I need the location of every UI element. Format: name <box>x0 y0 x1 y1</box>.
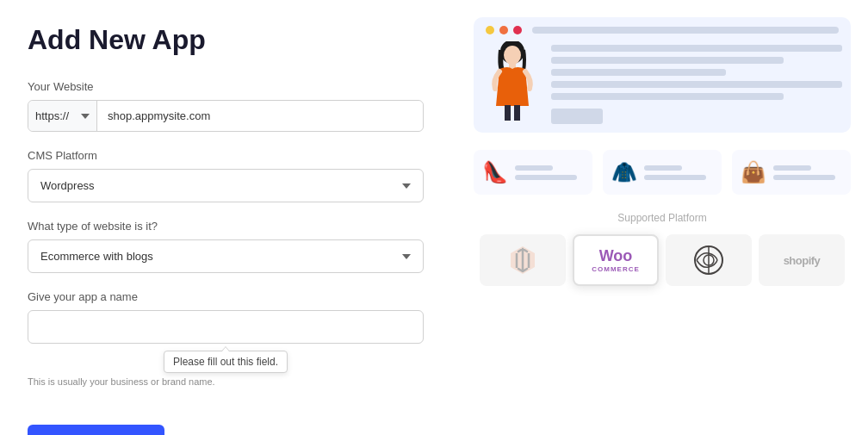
woo-logo: Woo COMMERCE <box>592 247 640 273</box>
browser-content <box>482 41 842 124</box>
text-line-2 <box>551 57 784 64</box>
type-group: What type of website is it? Ecommerce wi… <box>28 220 420 273</box>
platform-woocommerce: Woo COMMERCE <box>573 234 659 286</box>
browser-mockup <box>474 17 851 133</box>
protocol-select[interactable]: https:// http:// <box>28 101 97 131</box>
platforms-row: Woo COMMERCE shopify <box>474 234 851 286</box>
dot-green <box>486 26 494 34</box>
cms-select[interactable]: Wordpress WooCommerce Shopify Magento <box>28 169 424 202</box>
type-label: What type of website is it? <box>28 220 420 233</box>
app-name-group: Give your app a name Please fill out thi… <box>28 290 420 387</box>
website-input-row: https:// http:// <box>28 100 424 132</box>
cms-group: CMS Platform Wordpress WooCommerce Shopi… <box>28 149 420 202</box>
jacket-icon: 🧥 <box>611 160 637 184</box>
platform-shopify: shopify <box>759 234 845 286</box>
product-card-jacket: 🧥 <box>603 150 722 195</box>
product-card-bag: 👜 <box>732 150 851 195</box>
cms-label: CMS Platform <box>28 149 420 162</box>
svg-point-1 <box>504 46 521 65</box>
page-title: Add New App <box>28 24 420 56</box>
product-lines-1 <box>515 165 584 180</box>
shopify-text: shopify <box>784 254 821 267</box>
product-lines-2 <box>644 165 713 180</box>
magento-icon <box>507 245 538 276</box>
build-app-button[interactable]: BUILD APP <box>28 425 164 435</box>
dot-red <box>513 26 522 34</box>
product-icons-row: 👠 🧥 👜 <box>474 150 851 195</box>
website-label: Your Website <box>28 80 420 93</box>
type-select[interactable]: Ecommerce with blogs Blog only Ecommerce… <box>28 239 424 273</box>
svg-rect-4 <box>514 105 520 121</box>
text-line-3 <box>551 69 726 76</box>
product-card-shoe: 👠 <box>474 150 592 195</box>
browser-bar <box>482 26 842 34</box>
wordpress-icon <box>693 245 724 276</box>
validation-tooltip: Please fill out this field. <box>164 351 288 373</box>
browser-btn <box>551 109 603 124</box>
left-panel: Add New App Your Website https:// http:/… <box>0 0 448 435</box>
website-url-input[interactable] <box>97 101 423 131</box>
product-lines-3 <box>773 165 842 180</box>
right-panel: 👠 🧥 👜 Supported Platform <box>448 0 868 435</box>
woo-text: Woo <box>599 247 633 265</box>
text-line-5 <box>551 93 784 100</box>
app-name-label: Give your app a name <box>28 290 420 303</box>
bag-icon: 👜 <box>741 160 766 184</box>
app-name-input[interactable] <box>28 310 424 344</box>
app-name-wrapper: Please fill out this field. <box>28 310 424 344</box>
svg-rect-3 <box>505 105 511 121</box>
shoe-icon: 👠 <box>482 160 508 184</box>
dot-yellow <box>499 26 508 34</box>
commerce-text: COMMERCE <box>592 265 640 273</box>
hint-text: This is usually your business or brand n… <box>28 376 420 387</box>
text-line-1 <box>551 45 842 52</box>
fashion-figure <box>482 41 542 119</box>
supported-label: Supported Platform <box>474 212 851 224</box>
platform-magento <box>480 234 566 286</box>
text-line-4 <box>551 81 842 88</box>
browser-url-bar <box>532 27 839 34</box>
platforms-section: Supported Platform Woo COMMERCE <box>474 212 851 286</box>
browser-text-lines <box>551 41 842 124</box>
website-group: Your Website https:// http:// <box>28 80 420 132</box>
platform-wordpress <box>666 234 752 286</box>
